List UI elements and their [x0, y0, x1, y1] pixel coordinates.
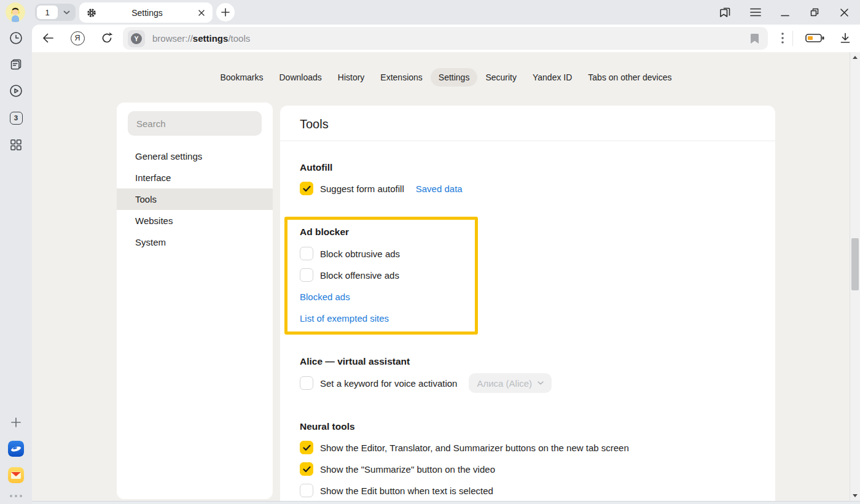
- reload-button[interactable]: [100, 31, 114, 45]
- yandex-disk-button[interactable]: [0, 441, 32, 457]
- address-more-button[interactable]: [775, 31, 790, 45]
- menu-item-label: General settings: [135, 151, 202, 161]
- side-rail: 3: [0, 25, 32, 504]
- new-tab-button[interactable]: [216, 3, 235, 21]
- checkmark-icon: [303, 444, 311, 451]
- close-window-button[interactable]: [837, 6, 851, 19]
- plus-icon: [10, 417, 22, 428]
- nav-tab-extensions[interactable]: Extensions: [372, 68, 430, 87]
- apps-grid-icon: [9, 138, 23, 152]
- block-offensive-checkbox[interactable]: [300, 268, 313, 282]
- voice-keyword-label: Set a keyword for voice activation: [320, 378, 457, 389]
- exempted-sites-link[interactable]: List of exempted sites: [300, 313, 389, 324]
- alice-keyword-row: Set a keyword for voice activation Алиса…: [300, 373, 756, 393]
- title-divider: [280, 141, 775, 141]
- profile-avatar[interactable]: [6, 2, 25, 22]
- nav-tab-history[interactable]: History: [330, 68, 373, 87]
- nav-tab-other-devices[interactable]: Tabs on other devices: [580, 68, 679, 87]
- feed-button[interactable]: [0, 56, 32, 72]
- close-icon: [840, 8, 849, 17]
- yandex-mail-button[interactable]: [0, 467, 32, 483]
- battery-button[interactable]: [803, 31, 827, 45]
- restore-button[interactable]: [807, 6, 822, 19]
- bookmarks-panel-button[interactable]: [717, 6, 732, 19]
- browser-logo-icon: Y: [131, 33, 142, 44]
- rail-more-button[interactable]: [0, 488, 32, 504]
- settings-menu-item-system[interactable]: System: [117, 231, 273, 253]
- keyword-dropdown[interactable]: Алиса (Alice): [469, 373, 552, 393]
- alice-avatar-icon: [6, 2, 25, 22]
- nav-tab-settings[interactable]: Settings: [431, 68, 478, 87]
- scroll-up-arrow-icon[interactable]: [853, 56, 858, 59]
- back-button[interactable]: [41, 31, 55, 45]
- nav-tab-downloads[interactable]: Downloads: [272, 68, 330, 87]
- saved-data-link[interactable]: Saved data: [416, 184, 463, 194]
- blocked-ads-link[interactable]: Blocked ads: [300, 292, 350, 302]
- block-obtrusive-row: Block obtrusive ads: [300, 246, 475, 262]
- nav-tab-yandex-id[interactable]: Yandex ID: [525, 68, 580, 87]
- kebab-menu-icon: [781, 33, 784, 44]
- settings-menu-item-websites[interactable]: Websites: [117, 210, 273, 231]
- news-feed-icon: [9, 57, 23, 72]
- url-text[interactable]: browser://settings/tools: [152, 33, 750, 44]
- settings-menu-item-tools[interactable]: Tools: [117, 188, 273, 210]
- site-badge[interactable]: Y: [128, 30, 145, 47]
- neural-row-3: Show the Edit button when text is select…: [300, 483, 756, 498]
- bookmark-icon[interactable]: [750, 33, 759, 44]
- browser-menu-button[interactable]: [748, 6, 763, 19]
- scrollbar-thumb[interactable]: [851, 238, 859, 290]
- history-button[interactable]: [0, 30, 32, 46]
- autofill-heading: Autofill: [300, 161, 756, 173]
- tab-count-badge[interactable]: 1: [37, 6, 58, 19]
- neural-row-1: Show the Editor, Translator, and Summari…: [300, 440, 756, 456]
- menu-item-label: Interface: [135, 173, 171, 183]
- suggest-autofill-checkbox[interactable]: [300, 182, 313, 195]
- gear-icon: [87, 8, 96, 18]
- search-input[interactable]: [128, 111, 262, 136]
- clock-icon: [9, 31, 23, 45]
- settings-menu-card: General settings Interface Tools Website…: [117, 103, 273, 499]
- tab-group-control[interactable]: 1: [35, 4, 76, 21]
- window-bottom-edge: [32, 501, 860, 504]
- play-circle-icon: [9, 83, 23, 98]
- page-scrollbar[interactable]: [850, 52, 860, 501]
- tab-close-icon[interactable]: [198, 9, 205, 17]
- block-obtrusive-checkbox[interactable]: [300, 247, 313, 260]
- settings-menu-item-general[interactable]: General settings: [117, 145, 273, 167]
- settings-menu-item-interface[interactable]: Interface: [117, 167, 273, 188]
- url-scheme: browser://: [152, 33, 193, 44]
- settings-menu: General settings Interface Tools Website…: [117, 145, 273, 253]
- tab-settings[interactable]: Settings: [79, 2, 213, 23]
- ellipsis-icon: [10, 495, 22, 497]
- ad-blocker-highlight-box: Ad blocker Block obtrusive ads: [284, 217, 478, 335]
- bookmarks-panel-icon: [718, 6, 732, 19]
- downloads-button[interactable]: [838, 31, 853, 45]
- video-button[interactable]: [0, 83, 32, 99]
- settings-page: Bookmarks Downloads History Extensions S…: [32, 52, 860, 504]
- add-panel-button[interactable]: [0, 414, 32, 430]
- voice-keyword-checkbox[interactable]: [300, 376, 313, 390]
- nav-tab-bookmarks[interactable]: Bookmarks: [212, 68, 271, 87]
- suggest-autofill-label: Suggest form autofill: [320, 184, 404, 194]
- services-button[interactable]: [0, 137, 32, 153]
- yandex-home-button[interactable]: Я: [70, 31, 85, 45]
- show-editor-buttons-label: Show the Editor, Translator, and Summari…: [320, 443, 629, 453]
- show-summarize-video-checkbox[interactable]: [300, 462, 313, 476]
- minimize-button[interactable]: [778, 6, 792, 19]
- toolbar-divider: [792, 31, 793, 46]
- scroll-down-arrow-icon[interactable]: [853, 494, 858, 497]
- checkmark-icon: [303, 466, 311, 473]
- show-edit-button-checkbox[interactable]: [300, 484, 313, 497]
- menu-item-label: System: [135, 237, 166, 247]
- reload-icon: [100, 31, 114, 45]
- titlebar: 1 Settings: [0, 0, 860, 25]
- download-icon: [839, 32, 851, 44]
- nav-tab-security[interactable]: Security: [477, 68, 525, 87]
- address-bar[interactable]: Y browser://settings/tools: [123, 27, 768, 50]
- minimize-icon: [781, 8, 789, 17]
- block-offensive-label: Block offensive ads: [320, 270, 399, 281]
- tab-title: Settings: [96, 8, 198, 18]
- toolbar: Я Y browser://settings/tools: [32, 25, 860, 52]
- tabs-counter-button[interactable]: 3: [0, 110, 32, 126]
- show-editor-buttons-checkbox[interactable]: [300, 441, 313, 454]
